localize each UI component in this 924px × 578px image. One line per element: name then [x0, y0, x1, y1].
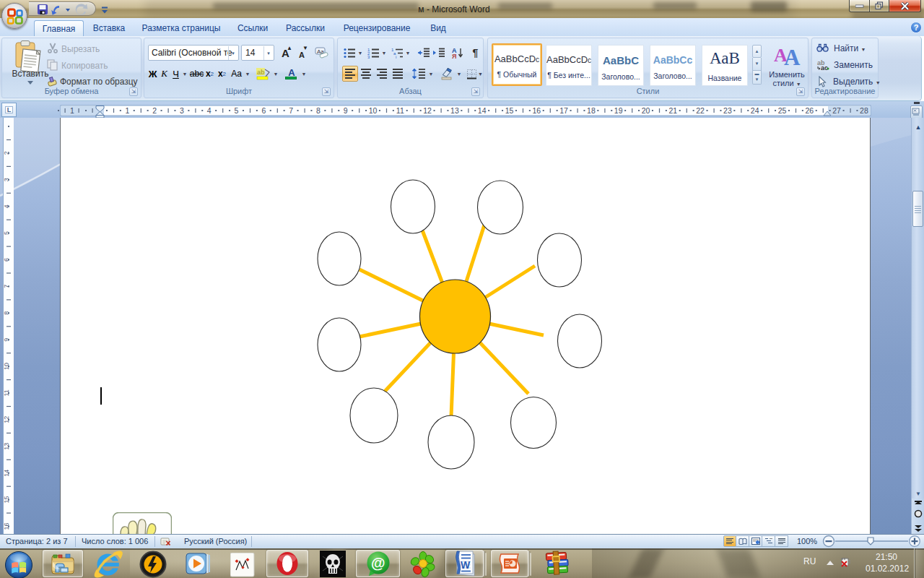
- svg-text:7: 7: [289, 106, 293, 115]
- svg-text:W: W: [461, 559, 471, 571]
- svg-text:12: 12: [423, 106, 432, 115]
- svg-text:8: 8: [316, 106, 321, 115]
- svg-text:Я: Я: [452, 53, 456, 59]
- svg-text:i: i: [396, 55, 396, 59]
- svg-text:18: 18: [587, 106, 596, 115]
- svg-text:5: 5: [235, 106, 239, 115]
- svg-text:20: 20: [642, 106, 650, 115]
- svg-text:27: 27: [832, 106, 841, 115]
- svg-text:23: 23: [723, 106, 732, 115]
- svg-text:25: 25: [778, 106, 787, 115]
- svg-text:1: 1: [70, 106, 74, 115]
- svg-text:14: 14: [478, 106, 487, 115]
- svg-text:3: 3: [180, 106, 184, 115]
- svg-text:2: 2: [152, 106, 157, 115]
- svg-text:4: 4: [207, 106, 212, 115]
- svg-text:17: 17: [559, 106, 568, 115]
- svg-text:ac: ac: [821, 64, 828, 71]
- svg-text:10: 10: [369, 106, 378, 115]
- svg-text:6: 6: [261, 106, 266, 115]
- svg-text:@: @: [371, 555, 385, 571]
- svg-text:9: 9: [344, 106, 348, 115]
- svg-text:24: 24: [751, 106, 759, 115]
- svg-text:16: 16: [532, 106, 541, 115]
- svg-text:28: 28: [860, 106, 868, 115]
- svg-text:13: 13: [450, 106, 459, 115]
- svg-text:A: A: [784, 45, 801, 67]
- svg-text:26: 26: [805, 106, 814, 115]
- svg-text:15: 15: [505, 106, 514, 115]
- svg-text:11: 11: [396, 106, 404, 115]
- svg-text:21: 21: [668, 106, 677, 115]
- svg-text:22: 22: [696, 106, 705, 115]
- svg-text:3: 3: [367, 55, 370, 59]
- svg-text:19: 19: [614, 106, 623, 115]
- svg-text:1: 1: [125, 106, 129, 115]
